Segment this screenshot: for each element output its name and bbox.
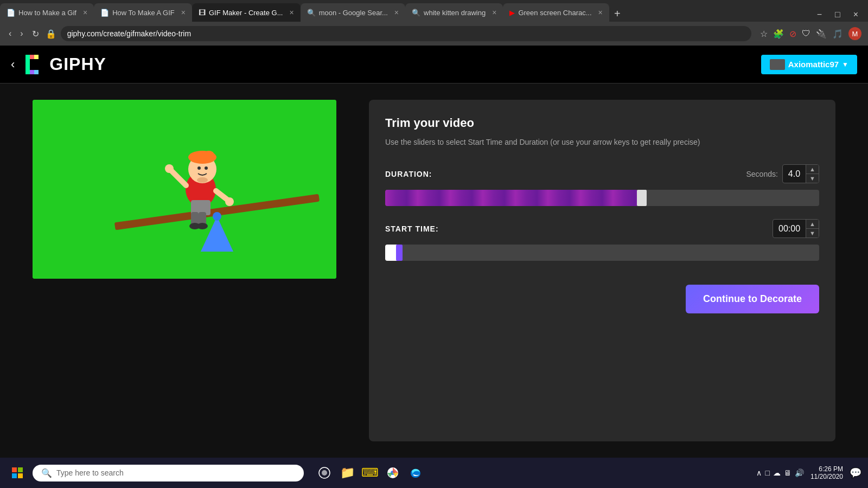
- start-time-control: START TIME: 00:00 ▲ ▼: [385, 219, 819, 261]
- duration-decrement[interactable]: ▼: [806, 174, 819, 183]
- user-menu[interactable]: Axiomattic97 ▼: [761, 55, 857, 74]
- svg-rect-0: [25, 55, 30, 74]
- tab-close-3[interactable]: ×: [289, 8, 293, 17]
- user-dropdown-button[interactable]: Axiomattic97 ▼: [761, 55, 857, 74]
- start-time-slider-track[interactable]: [385, 245, 819, 261]
- lock-icon: 🔒: [46, 29, 56, 39]
- video-preview: [33, 100, 336, 279]
- edge-icon: [410, 467, 422, 479]
- svg-rect-26: [18, 467, 23, 472]
- tab-close-2[interactable]: ×: [181, 8, 186, 17]
- svg-point-21: [165, 164, 174, 173]
- windows-start-button[interactable]: [7, 462, 28, 484]
- browser-tab-3[interactable]: 🎞 GIF Maker - Create G... ×: [192, 3, 301, 22]
- browser-tab-4[interactable]: 🔍 moon - Google Sear... ×: [301, 3, 405, 22]
- giphy-logo: GIPHY: [25, 54, 106, 74]
- tab-favicon-4: 🔍: [307, 9, 316, 17]
- taskbar-start2[interactable]: ⌨: [360, 463, 380, 483]
- settings-icon[interactable]: ⊘: [789, 29, 796, 39]
- svg-rect-25: [12, 467, 17, 472]
- maximize-button[interactable]: □: [831, 8, 845, 22]
- taskbar-search[interactable]: 🔍 Type here to search: [33, 465, 304, 481]
- svg-rect-2: [34, 55, 39, 59]
- minimize-button[interactable]: −: [813, 8, 826, 22]
- trim-title: Trim your video: [385, 116, 819, 130]
- music-icon[interactable]: 🎵: [832, 29, 843, 39]
- browser-tab-2[interactable]: 📄 How To Make A GIF ×: [94, 3, 192, 22]
- taskbar-search-icon: 🔍: [41, 468, 52, 478]
- continue-to-decorate-button[interactable]: Continue to Decorate: [686, 285, 819, 313]
- trim-description: Use the sliders to select Start Time and…: [385, 137, 819, 148]
- tray-display2-icon[interactable]: 🖥: [784, 468, 792, 477]
- svg-rect-3: [30, 70, 34, 74]
- new-tab-button[interactable]: +: [609, 5, 626, 22]
- browser-tab-1[interactable]: 📄 How to Make a Gif ×: [0, 3, 94, 22]
- puzzle-icon[interactable]: 🔌: [816, 29, 827, 39]
- svg-point-17: [203, 151, 214, 159]
- time-label: 6:26 PM: [819, 465, 843, 473]
- taskbar-chrome[interactable]: [383, 463, 403, 483]
- giphy-brand-text: GIPHY: [49, 54, 106, 74]
- tab-favicon-3: 🎞: [199, 9, 206, 17]
- reload-button[interactable]: ↻: [30, 27, 41, 41]
- duration-increment[interactable]: ▲: [806, 165, 819, 174]
- svg-point-23: [225, 197, 234, 206]
- start-time-value: 00:00: [773, 221, 806, 237]
- tray-cloud-icon[interactable]: ☁: [773, 468, 781, 477]
- giphy-logo-icon: [25, 55, 45, 74]
- tab-favicon-2: 📄: [100, 9, 109, 17]
- forward-button[interactable]: ›: [18, 27, 25, 41]
- close-button[interactable]: ×: [849, 8, 863, 22]
- browser-tab-5[interactable]: 🔍 white kitten drawing ×: [405, 3, 503, 22]
- tab-close-6[interactable]: ×: [598, 8, 603, 17]
- duration-slider-track[interactable]: [385, 190, 819, 206]
- svg-rect-4: [34, 70, 39, 74]
- address-input[interactable]: [61, 26, 751, 41]
- notification-icon[interactable]: 💬: [850, 467, 861, 479]
- duration-label: DURATION:: [385, 170, 432, 178]
- svg-point-30: [322, 470, 327, 476]
- svg-point-19: [205, 166, 208, 170]
- tab-close-1[interactable]: ×: [83, 8, 87, 17]
- username-label: Axiomattic97: [788, 60, 839, 69]
- browser-tab-6[interactable]: ▶ Green screen Charac... ×: [503, 3, 609, 22]
- seconds-label: Seconds:: [746, 170, 777, 178]
- svg-rect-1: [30, 55, 34, 59]
- starttime-increment[interactable]: ▲: [806, 220, 819, 228]
- duration-handle[interactable]: [637, 190, 647, 206]
- tab-favicon-5: 🔍: [412, 9, 420, 17]
- taskbar-edge[interactable]: [406, 463, 425, 483]
- profile-icon[interactable]: M: [848, 27, 861, 40]
- tray-display-icon[interactable]: □: [765, 468, 769, 477]
- duration-control: DURATION: Seconds: 4.0 ▲ ▼: [385, 164, 819, 206]
- tab-favicon-6: ▶: [509, 9, 515, 17]
- tab-close-5[interactable]: ×: [492, 8, 496, 17]
- start-time-label: START TIME:: [385, 224, 439, 233]
- start-handle[interactable]: [396, 245, 403, 261]
- taskbar-task-view[interactable]: [315, 463, 334, 483]
- duration-value: 4.0: [783, 166, 806, 182]
- svg-point-14: [197, 223, 208, 229]
- tray-volume-icon[interactable]: 🔊: [795, 468, 804, 477]
- svg-rect-5: [33, 100, 336, 279]
- svg-point-8: [213, 212, 221, 221]
- back-button[interactable]: ‹: [7, 27, 14, 41]
- date-label: 11/20/2020: [810, 473, 843, 480]
- svg-point-24: [197, 177, 208, 183]
- extensions-icon[interactable]: 🧩: [773, 29, 784, 39]
- tab-label-3: GIF Maker - Create G...: [209, 9, 283, 17]
- shield-icon[interactable]: 🛡: [802, 29, 810, 38]
- tab-close-4[interactable]: ×: [394, 8, 399, 17]
- page-back-button[interactable]: ‹: [11, 57, 15, 72]
- tab-label-1: How to Make a Gif: [18, 9, 76, 17]
- taskbar-file-explorer[interactable]: 📁: [337, 463, 357, 483]
- duration-fill: [385, 190, 637, 206]
- tab-favicon-1: 📄: [7, 9, 15, 17]
- tray-expand-icon[interactable]: ∧: [756, 468, 762, 477]
- star-icon[interactable]: ☆: [760, 29, 768, 39]
- starttime-decrement[interactable]: ▼: [806, 228, 819, 237]
- taskbar: 🔍 Type here to search 📁 ⌨: [0, 458, 868, 488]
- chrome-icon: [387, 467, 399, 479]
- windows-logo-icon: [12, 467, 23, 478]
- taskbar-search-placeholder: Type here to search: [56, 468, 124, 477]
